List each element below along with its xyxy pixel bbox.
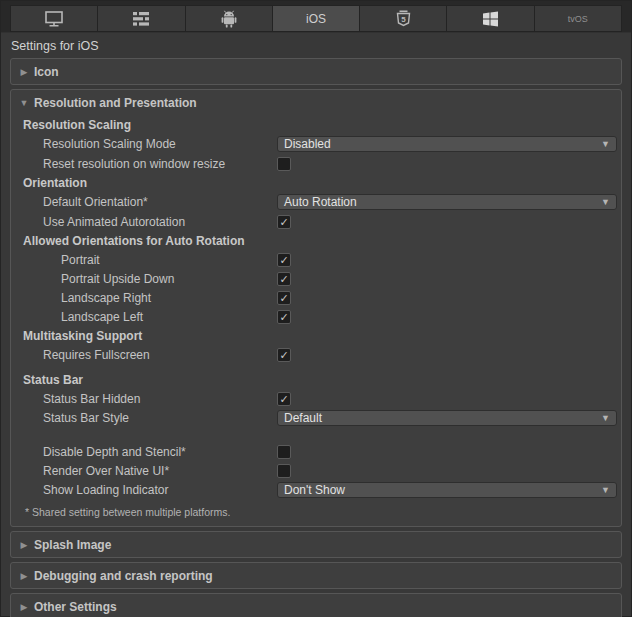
setting-row: Resolution Scaling Mode Disabled ▼ — [11, 134, 621, 154]
setting-row: Show Loading Indicator Don't Show ▼ — [11, 480, 621, 500]
section-resolution-presentation: ▼ Resolution and Presentation Resolution… — [10, 89, 622, 527]
setting-row: Status Bar Hidden ✓ — [11, 389, 621, 408]
chevron-down-icon: ▼ — [601, 139, 610, 149]
checkmark-icon: ✓ — [279, 216, 288, 228]
reset-resolution-checkbox[interactable] — [277, 157, 291, 171]
section-debugging: ▶ Debugging and crash reporting — [10, 562, 622, 589]
setting-label: Reset resolution on window resize — [11, 157, 277, 171]
foldout-arrow-icon: ▼ — [17, 98, 31, 108]
dropdown-value: Disabled — [284, 137, 331, 151]
status-bar-hidden-checkbox[interactable]: ✓ — [277, 392, 291, 406]
landscape-left-checkbox[interactable]: ✓ — [277, 310, 291, 324]
dropdown-value: Don't Show — [284, 483, 345, 497]
setting-label: Resolution Scaling Mode — [11, 137, 277, 151]
section-splash-image: ▶ Splash Image — [10, 531, 622, 558]
setting-label: Landscape Left — [11, 310, 277, 324]
foldout-arrow-icon: ▶ — [17, 602, 31, 612]
tab-windows[interactable] — [446, 5, 534, 32]
svg-text:5: 5 — [401, 14, 406, 23]
foldout-other-settings[interactable]: ▶ Other Settings — [11, 594, 621, 617]
foldout-arrow-icon: ▶ — [17, 67, 31, 77]
group-heading-row: Allowed Orientations for Auto Rotation — [11, 231, 621, 250]
windows-icon — [482, 11, 499, 27]
monitor-icon — [44, 10, 64, 27]
setting-label: Status Bar Hidden — [11, 392, 277, 406]
android-icon — [221, 10, 237, 28]
setting-row: Landscape Right ✓ — [11, 288, 621, 307]
section-icon: ▶ Icon — [10, 58, 622, 85]
shared-setting-footnote: * Shared setting between multiple platfo… — [11, 500, 621, 526]
setting-label: Render Over Native UI* — [11, 464, 277, 478]
platform-tabbar: iOS 5 tvOS — [1, 1, 631, 32]
tab-dedicated-server[interactable] — [97, 5, 185, 32]
chevron-down-icon: ▼ — [601, 413, 610, 423]
setting-label: Landscape Right — [11, 291, 277, 305]
section-title: Debugging and crash reporting — [34, 569, 213, 583]
foldout-arrow-icon: ▶ — [17, 540, 31, 550]
render-over-native-ui-checkbox[interactable] — [277, 464, 291, 478]
use-animated-autorotation-checkbox[interactable]: ✓ — [277, 215, 291, 229]
status-bar-style-dropdown[interactable]: Default ▼ — [277, 410, 617, 426]
foldout-arrow-icon: ▶ — [17, 571, 31, 581]
setting-row: Disable Depth and Stencil* — [11, 442, 621, 461]
dropdown-value: Auto Rotation — [284, 195, 357, 209]
checkmark-icon: ✓ — [279, 349, 288, 361]
group-heading-row: Status Bar — [11, 370, 621, 389]
group-heading-row: Multitasking Support — [11, 326, 621, 345]
group-heading: Status Bar — [11, 373, 277, 387]
checkmark-icon: ✓ — [279, 393, 288, 405]
server-rack-icon — [132, 11, 150, 27]
setting-label: Use Animated Autorotation — [11, 215, 277, 229]
group-heading-row: Orientation — [11, 173, 621, 192]
setting-row: Landscape Left ✓ — [11, 307, 621, 326]
tab-ios-label: iOS — [306, 12, 326, 26]
tab-tvos-label: tvOS — [568, 14, 588, 24]
setting-label: Portrait Upside Down — [11, 272, 277, 286]
setting-row: Default Orientation* Auto Rotation ▼ — [11, 192, 621, 212]
page-title: Settings for iOS — [1, 32, 631, 58]
checkmark-icon: ✓ — [279, 292, 288, 304]
dropdown-value: Default — [284, 411, 322, 425]
chevron-down-icon: ▼ — [601, 197, 610, 207]
foldout-resolution-presentation[interactable]: ▼ Resolution and Presentation — [11, 90, 621, 115]
resolution-scaling-mode-dropdown[interactable]: Disabled ▼ — [277, 136, 617, 152]
landscape-right-checkbox[interactable]: ✓ — [277, 291, 291, 305]
tab-standalone[interactable] — [10, 5, 98, 32]
section-title: Splash Image — [34, 538, 111, 552]
portrait-upside-down-checkbox[interactable]: ✓ — [277, 272, 291, 286]
section-title: Resolution and Presentation — [34, 96, 197, 110]
section-title: Icon — [34, 65, 59, 79]
tab-android[interactable] — [185, 5, 273, 32]
group-heading: Resolution Scaling — [11, 118, 277, 132]
group-heading: Multitasking Support — [11, 329, 277, 343]
html5-icon: 5 — [396, 10, 411, 28]
chevron-down-icon: ▼ — [601, 485, 610, 495]
default-orientation-dropdown[interactable]: Auto Rotation ▼ — [277, 194, 617, 210]
foldout-splash-image[interactable]: ▶ Splash Image — [11, 532, 621, 557]
player-settings-window: iOS 5 tvOS — [0, 0, 632, 617]
show-loading-indicator-dropdown[interactable]: Don't Show ▼ — [277, 482, 617, 498]
tab-tvos[interactable]: tvOS — [534, 5, 622, 32]
disable-depth-stencil-checkbox[interactable] — [277, 445, 291, 459]
setting-row: Status Bar Style Default ▼ — [11, 408, 621, 428]
tab-ios[interactable]: iOS — [272, 5, 360, 32]
checkmark-icon: ✓ — [279, 254, 288, 266]
section-title: Other Settings — [34, 600, 117, 614]
setting-row: Reset resolution on window resize — [11, 154, 621, 173]
setting-label: Default Orientation* — [11, 195, 277, 209]
portrait-checkbox[interactable]: ✓ — [277, 253, 291, 267]
setting-label: Requires Fullscreen — [11, 348, 277, 362]
tab-webgl[interactable]: 5 — [359, 5, 447, 32]
group-heading: Orientation — [11, 176, 277, 190]
setting-row: Use Animated Autorotation ✓ — [11, 212, 621, 231]
requires-fullscreen-checkbox[interactable]: ✓ — [277, 348, 291, 362]
foldout-icon[interactable]: ▶ Icon — [11, 59, 621, 84]
section-other-settings: ▶ Other Settings — [10, 593, 622, 617]
checkmark-icon: ✓ — [279, 311, 288, 323]
foldout-debugging[interactable]: ▶ Debugging and crash reporting — [11, 563, 621, 588]
group-heading: Allowed Orientations for Auto Rotation — [11, 234, 277, 248]
setting-row: Portrait ✓ — [11, 250, 621, 269]
setting-label: Show Loading Indicator — [11, 483, 277, 497]
setting-row: Requires Fullscreen ✓ — [11, 345, 621, 364]
setting-label: Status Bar Style — [11, 411, 277, 425]
